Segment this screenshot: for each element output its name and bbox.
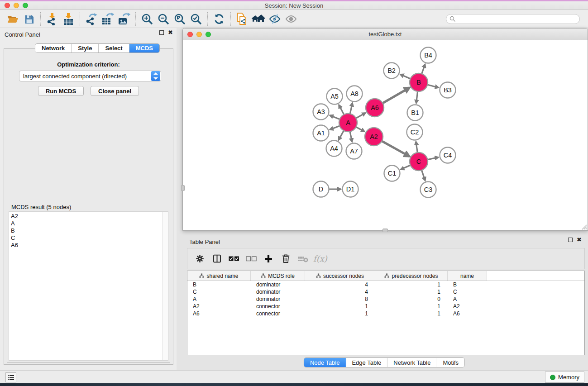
graph-node-D1[interactable]: D1: [343, 181, 359, 197]
zoom-selected-button[interactable]: [188, 11, 204, 27]
deselect-all-button[interactable]: [244, 251, 259, 267]
graph-node-C3[interactable]: C3: [421, 182, 436, 198]
show-graphics-details-button[interactable]: [267, 11, 283, 27]
search-input[interactable]: [446, 14, 580, 24]
zoom-fit-button[interactable]: [172, 11, 188, 27]
close-panel-button[interactable]: Close panel: [91, 86, 139, 96]
table-row[interactable]: Cdominator41C: [187, 288, 584, 295]
tab-network[interactable]: Network: [35, 44, 72, 52]
show-columns-button[interactable]: [209, 251, 225, 267]
zoom-in-button[interactable]: [139, 11, 155, 27]
table-cell[interactable]: 1: [375, 303, 448, 310]
graph-node-A[interactable]: A: [339, 114, 357, 132]
table-cell[interactable]: 1: [375, 288, 448, 295]
table-cell[interactable]: connector: [251, 310, 305, 317]
export-image-button[interactable]: [116, 11, 132, 27]
table-row[interactable]: Bdominator41B: [187, 281, 584, 288]
table-cell[interactable]: B: [448, 281, 487, 288]
zoom-out-button[interactable]: [155, 11, 172, 27]
column-header-mcds-role[interactable]: MCDS role: [251, 271, 305, 281]
table-cell[interactable]: 4: [305, 281, 375, 288]
table-cell[interactable]: 8: [305, 295, 375, 303]
mcds-result-item[interactable]: A: [9, 220, 168, 227]
table-settings-button[interactable]: [192, 251, 207, 267]
show-log-button[interactable]: [5, 372, 16, 382]
graph-node-C4[interactable]: C4: [440, 148, 456, 163]
graph-node-B[interactable]: B: [410, 73, 428, 91]
tab-node-table[interactable]: Node Table: [304, 358, 346, 367]
table-cell[interactable]: B: [187, 281, 251, 288]
export-table-button[interactable]: [100, 11, 116, 27]
graph-node-A3[interactable]: A3: [313, 104, 329, 120]
mcds-result-item[interactable]: A2: [9, 213, 168, 220]
resize-grip[interactable]: [581, 224, 587, 230]
table-cell[interactable]: 4: [305, 288, 375, 295]
mcds-result-item[interactable]: C: [9, 234, 168, 242]
table-cell[interactable]: dominator: [251, 288, 305, 295]
vertical-scrollbar-thumb[interactable]: [181, 185, 185, 191]
tab-select[interactable]: Select: [99, 44, 129, 52]
mcds-result-list[interactable]: A2ABCA6: [9, 211, 168, 361]
graph-node-B1[interactable]: B1: [407, 105, 423, 121]
tab-edge-table[interactable]: Edge Table: [346, 358, 387, 367]
open-file-button[interactable]: [5, 11, 21, 27]
table-cell[interactable]: A2: [187, 303, 251, 310]
delete-column-button[interactable]: [278, 251, 293, 267]
graph-node-A6[interactable]: A6: [366, 99, 384, 117]
graph-node-C1[interactable]: C1: [384, 166, 400, 181]
graph-node-A2[interactable]: A2: [365, 128, 383, 146]
table-cell[interactable]: A6: [448, 310, 487, 317]
home-button[interactable]: [250, 11, 267, 27]
column-header-shared-name[interactable]: shared name: [187, 271, 251, 281]
mcds-result-item[interactable]: A6: [9, 242, 168, 249]
table-cell[interactable]: 1: [305, 310, 375, 317]
close-panel-icon[interactable]: ✖: [168, 30, 173, 35]
result-scrollbar[interactable]: [162, 212, 168, 360]
table-cell[interactable]: dominator: [251, 281, 305, 288]
graph-node-B2[interactable]: B2: [384, 63, 400, 79]
graph-node-C[interactable]: C: [410, 152, 428, 171]
memory-button[interactable]: Memory: [545, 372, 584, 383]
show-hide-button[interactable]: [283, 11, 299, 27]
table-cell[interactable]: 0: [375, 295, 448, 303]
criterion-dropdown[interactable]: largest connected component (directed): [19, 71, 161, 81]
network-canvas[interactable]: B4B2BB3A5A8A6B1A3AA1C2A2A4A7C4CC1C3DD1: [183, 40, 588, 230]
graph-node-A4[interactable]: A4: [326, 141, 342, 157]
column-header-successor-nodes[interactable]: successor nodes: [305, 271, 375, 281]
network-graph[interactable]: B4B2BB3A5A8A6B1A3AA1C2A2A4A7C4CC1C3DD1: [183, 40, 588, 230]
tab-motifs[interactable]: Motifs: [437, 358, 464, 367]
graph-node-D[interactable]: D: [313, 181, 329, 197]
graph-node-C2[interactable]: C2: [407, 124, 423, 140]
table-cell[interactable]: 1: [375, 281, 448, 288]
graph-node-B3[interactable]: B3: [440, 82, 456, 98]
table-cell[interactable]: A6: [187, 310, 251, 317]
table-row[interactable]: A6connector11A6: [187, 310, 584, 317]
import-table-button[interactable]: [60, 11, 76, 27]
copy-network-file-button[interactable]: [234, 11, 250, 27]
column-header-name[interactable]: name: [448, 271, 487, 281]
refresh-button[interactable]: [211, 11, 227, 27]
export-network-button[interactable]: [83, 11, 100, 27]
table-cell[interactable]: 1: [305, 303, 375, 310]
table-cell[interactable]: C: [187, 288, 251, 295]
table-cell[interactable]: 1: [375, 310, 448, 317]
network-window-titlebar[interactable]: testGlobe.txt: [183, 29, 588, 40]
run-mcds-button[interactable]: Run MCDS: [38, 86, 84, 96]
table-cell[interactable]: C: [448, 288, 487, 295]
table-cell[interactable]: A: [187, 295, 251, 303]
tab-network-table[interactable]: Network Table: [387, 358, 437, 367]
graph-node-A7[interactable]: A7: [346, 143, 362, 159]
select-all-button[interactable]: [226, 251, 242, 267]
graph-node-A1[interactable]: A1: [313, 125, 329, 141]
create-column-button[interactable]: [261, 251, 276, 267]
table-cell[interactable]: A: [448, 295, 487, 303]
horizontal-scrollbar-thumb[interactable]: [382, 229, 388, 232]
table-cell[interactable]: dominator: [251, 295, 305, 303]
table-row[interactable]: A2connector11A2: [187, 303, 584, 310]
graph-node-A5[interactable]: A5: [327, 89, 343, 105]
table-cell[interactable]: A2: [448, 303, 487, 310]
mcds-result-item[interactable]: B: [9, 227, 168, 234]
import-network-button[interactable]: [44, 11, 60, 27]
table-cell[interactable]: connector: [251, 303, 305, 310]
tab-mcds[interactable]: MCDS: [129, 44, 159, 52]
